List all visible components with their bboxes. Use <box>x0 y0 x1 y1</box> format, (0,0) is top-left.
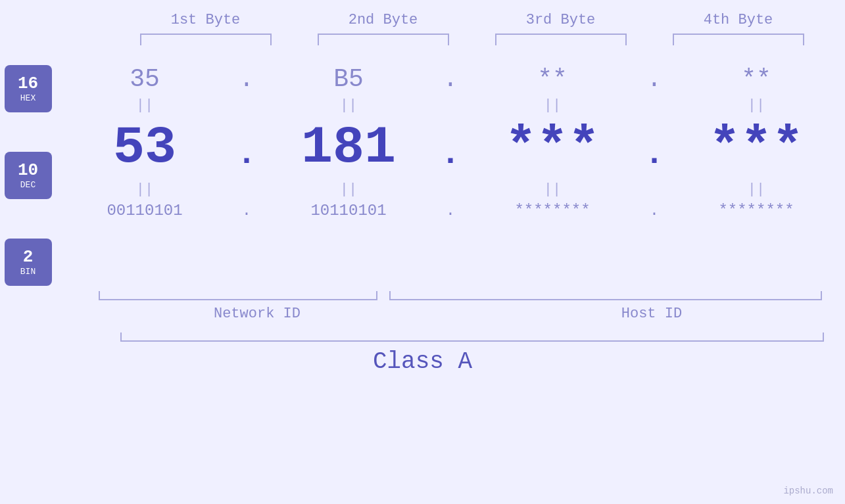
byte3-header: 3rd Byte <box>472 12 650 28</box>
hex-cell-4: ** <box>667 65 845 93</box>
network-bracket <box>99 291 377 300</box>
eq2-cell-3: || <box>464 181 641 198</box>
main-container: 1st Byte 2nd Byte 3rd Byte 4th Byte 16 H… <box>0 0 845 504</box>
byte-headers: 1st Byte 2nd Byte 3rd Byte 4th Byte <box>0 12 845 28</box>
dec-val-3: *** <box>505 118 600 177</box>
dec-val-2: 181 <box>301 118 396 177</box>
dec-data-row: 53 . 181 . *** . *** <box>56 118 845 177</box>
bin-cell-2: 10110101 <box>260 202 437 219</box>
top-brackets <box>0 34 845 45</box>
full-bottom-bracket <box>120 332 824 342</box>
dec-val-4: *** <box>709 118 804 177</box>
hex-dot-2: . <box>437 65 464 93</box>
bin-val-1: 00110101 <box>107 202 182 219</box>
dec-cell-1: 53 <box>56 118 233 177</box>
watermark: ipshu.com <box>783 486 833 496</box>
class-label: Class A <box>0 348 845 375</box>
hex-val-2: B5 <box>333 65 364 93</box>
dec-badge-num: 10 <box>18 161 38 180</box>
byte4-header: 4th Byte <box>650 12 827 28</box>
bottom-brackets <box>99 291 822 300</box>
bracket-line-3 <box>495 34 627 45</box>
dec-dot-1: . <box>233 135 260 160</box>
dec-dot-2: . <box>437 135 464 160</box>
dec-cell-4: *** <box>667 118 845 177</box>
eq-row-2: || || || || <box>56 181 845 198</box>
dec-dot-3: . <box>641 135 667 160</box>
eq2-cell-4: || <box>667 181 845 198</box>
bracket-line-2 <box>318 34 449 45</box>
eq-cell-1: || <box>56 97 233 114</box>
network-id-label: Network ID <box>99 306 416 322</box>
bin-data-row: 00110101 . 10110101 . ******** . <box>56 202 845 219</box>
hex-badge-num: 16 <box>18 74 38 93</box>
hex-val-1: 35 <box>130 65 160 93</box>
labels-column: 16 HEX 10 DEC 2 BIN <box>0 58 56 286</box>
eq-cell-3: || <box>464 97 641 114</box>
bin-val-2: 10110101 <box>310 202 386 219</box>
hex-dot-3: . <box>641 65 667 93</box>
hex-badge-base: HEX <box>20 93 36 103</box>
bin-dot-3: . <box>641 202 667 219</box>
bracket-line-4 <box>673 34 804 45</box>
bin-cell-4: ******** <box>667 202 845 219</box>
hex-val-4: ** <box>741 65 771 93</box>
bin-cell-3: ******** <box>464 202 641 219</box>
hex-dot-1: . <box>233 65 260 93</box>
bracket-1 <box>117 34 295 45</box>
rows-area: 35 . B5 . ** . ** <box>56 58 845 219</box>
host-id-label: Host ID <box>416 306 845 322</box>
bin-badge: 2 BIN <box>5 239 52 286</box>
bracket-2 <box>295 34 472 45</box>
dec-cell-3: *** <box>464 118 641 177</box>
bin-cell-1: 00110101 <box>56 202 233 219</box>
dec-val-1: 53 <box>113 118 176 177</box>
dec-cell-2: 181 <box>260 118 437 177</box>
bin-dot-2: . <box>437 202 464 219</box>
hex-cell-2: B5 <box>260 65 437 93</box>
hex-val-3: ** <box>537 65 567 93</box>
byte1-header: 1st Byte <box>117 12 295 28</box>
hex-data-row: 35 . B5 . ** . ** <box>56 65 845 93</box>
dec-badge-base: DEC <box>20 180 36 190</box>
hex-cell-1: 35 <box>56 65 233 93</box>
eq2-cell-1: || <box>56 181 233 198</box>
bin-badge-base: BIN <box>20 267 36 277</box>
bin-badge-num: 2 <box>23 248 34 267</box>
byte2-header: 2nd Byte <box>295 12 472 28</box>
eq-cell-4: || <box>667 97 845 114</box>
dec-badge: 10 DEC <box>5 152 52 199</box>
bracket-line-1 <box>140 34 272 45</box>
hex-badge: 16 HEX <box>5 65 52 112</box>
bottom-labels: Network ID Host ID <box>99 306 845 322</box>
bottom-section: Network ID Host ID <box>0 291 845 322</box>
eq-cell-2: || <box>260 97 437 114</box>
hex-cell-3: ** <box>464 65 641 93</box>
eq2-cell-2: || <box>260 181 437 198</box>
bin-dot-1: . <box>233 202 260 219</box>
bracket-4 <box>650 34 827 45</box>
content-area: 16 HEX 10 DEC 2 BIN 35 . <box>0 58 845 286</box>
bracket-3 <box>472 34 650 45</box>
bin-val-3: ******** <box>514 202 590 219</box>
host-bracket <box>389 291 822 300</box>
eq-row-1: || || || || <box>56 97 845 114</box>
bin-val-4: ******** <box>718 202 794 219</box>
